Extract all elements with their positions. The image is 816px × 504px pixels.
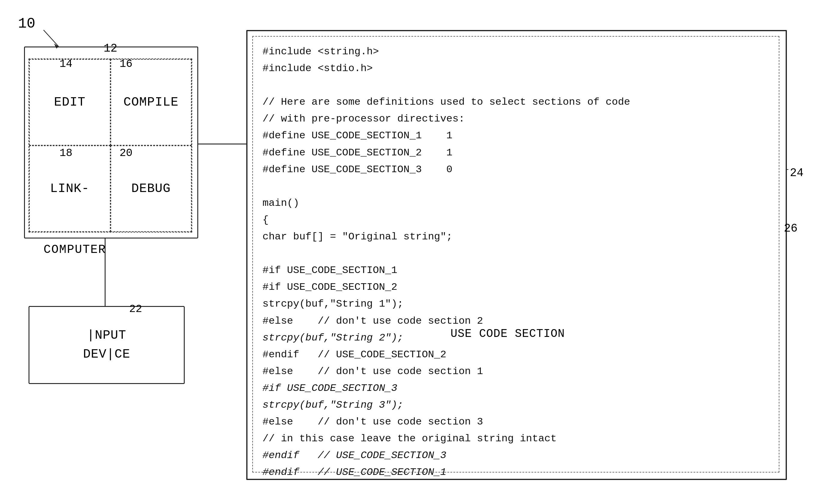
label-22: 22 xyxy=(129,303,142,315)
svg-line-0 xyxy=(44,30,59,47)
label-26: 26 xyxy=(784,222,798,235)
input-device-box: |NPUT DEV|CE xyxy=(29,306,185,384)
label-14: 14 xyxy=(59,58,72,70)
label-12: 12 xyxy=(104,42,117,55)
input-device-line1: |NPUT xyxy=(87,326,126,345)
label-24: 24 xyxy=(790,167,804,179)
inner-grid: EDIT COMPILE LINK- DEBUG xyxy=(29,59,192,233)
label-18: 18 xyxy=(59,147,72,159)
label-16: 16 xyxy=(119,58,132,70)
label-20: 20 xyxy=(119,147,132,159)
compile-box: COMPILE xyxy=(110,59,192,145)
label-10: 10 xyxy=(18,16,35,32)
computer-label: COMPUTER xyxy=(44,243,106,257)
input-device-line2: DEV|CE xyxy=(83,345,130,364)
code-box: #include <string.h> #include <stdio.h> /… xyxy=(246,30,787,480)
use-code-section-label: USE CODE SECTION xyxy=(450,327,565,340)
code-content: #include <string.h> #include <stdio.h> /… xyxy=(263,43,771,480)
edit-box: EDIT xyxy=(29,59,110,145)
